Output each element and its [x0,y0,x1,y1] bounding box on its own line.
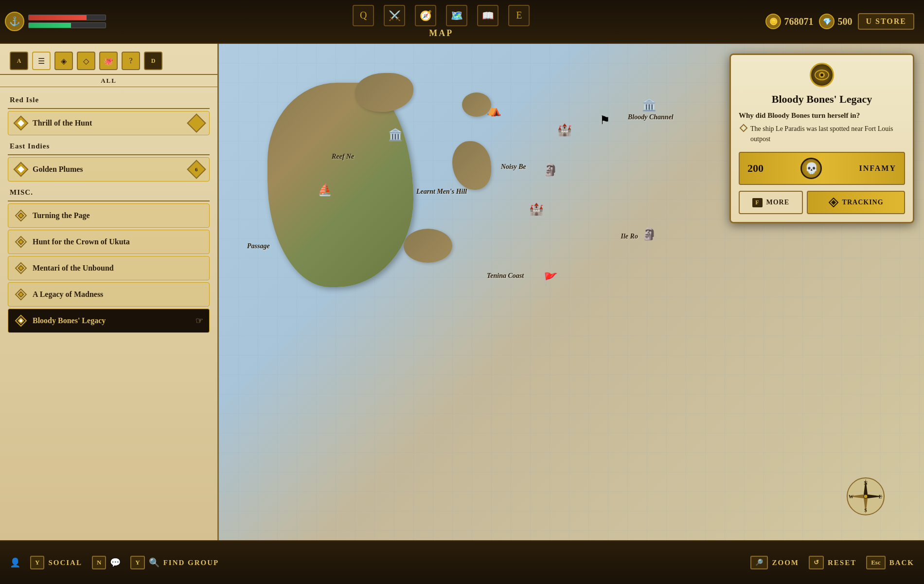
svg-point-8 [19,267,22,270]
filter-key-a[interactable]: A [10,52,28,70]
diamond-inner-thrill [18,120,24,127]
top-icons-row: Q ⚔️ 🧭 🗺️ 📖 E [353,5,530,26]
reset-key: ↺ [809,556,824,569]
svg-point-25 [864,494,868,498]
quest-item-mentari[interactable]: Mentari of the Unbound [8,256,210,280]
quest-badge-golden: 6 [187,160,206,179]
quest-icon-hunt-crown [14,235,28,249]
nav-icon-map[interactable]: 🗺️ [446,5,467,26]
main-island [267,83,413,287]
store-key: U [866,17,875,25]
quest-item-legacy[interactable]: A Legacy of Madness [8,282,210,307]
q-key-button[interactable]: Q [353,5,374,26]
group-key: Y [130,556,144,569]
panel-buttons: F MORE TRACKING [739,191,905,214]
map-label-bloody-channel: Bloody Channel [628,113,674,121]
filter-key-d[interactable]: D [144,52,162,70]
svg-point-5 [19,240,22,243]
esc-key: Esc [866,556,886,569]
eye-svg-bloody-bones [15,314,27,327]
group-search-icon: 🔍 [149,557,160,568]
top-left-hud: ⚓ [0,12,117,31]
map-marker-ship[interactable]: ⛵ [318,183,332,197]
q-key-label: Q [360,10,367,21]
filter-icon-4[interactable]: ? [122,52,140,70]
find-group-button[interactable]: Y 🔍 FIND GROUP [130,556,219,569]
section-east-indies: East Indies [8,137,210,152]
top-center: Q ⚔️ 🧭 🗺️ 📖 E MAP [117,5,765,38]
quest-name-turning: Turning the Page [33,211,203,220]
store-label: STORE [875,17,906,25]
map-label-noisy-be: Noisy Be [501,163,526,171]
svg-text:S: S [864,508,867,513]
panel-subtitle: Why did Bloody Bones turn herself in? [739,111,905,120]
group-label: FIND GROUP [163,559,219,567]
filter-icon-2[interactable]: ◇ [77,52,95,70]
map-label-tenina-coast: Tenina Coast [487,272,524,280]
social-button[interactable]: Y SOCIAL [30,556,82,569]
quest-icon-legacy [14,288,28,301]
map-marker-4[interactable]: 🏰 [557,123,572,137]
panel-reward: 200 💀 INFAMY [739,152,905,185]
svg-text:N: N [864,480,868,486]
more-button[interactable]: F MORE [739,191,803,214]
eye-svg-hunt-crown [15,236,27,248]
nav-icon-1[interactable]: ⚔️ [384,5,405,26]
quest-icon-mentari [14,261,28,275]
panel-header-icon [810,63,834,87]
diamond-icon-thrill [13,115,28,130]
filter-list-btn[interactable]: ☰ [32,52,51,70]
xp-bars [28,15,106,28]
quest-item-bloody-bones[interactable]: Bloody Bones' Legacy ☞ [8,309,210,333]
eye-svg-turning [15,209,27,222]
map-marker-6[interactable]: 🏛️ [388,128,403,142]
topbar: ⚓ Q ⚔️ 🧭 🗺️ 📖 E MAP 🪙 76807 [0,0,924,44]
eye-panel-icon [815,68,829,82]
store-button[interactable]: U STORE [858,13,914,30]
map-marker-5[interactable]: 🗿 [543,163,558,177]
diamond-icon-golden [13,162,28,177]
map-label-learnt-hill: Learnt Men's Hill [416,188,467,196]
reset-button[interactable]: ↺ RESET [809,556,856,569]
map-marker-8[interactable]: 🗿 [642,227,657,241]
quest-item-turning[interactable]: Turning the Page [8,203,210,228]
quest-item-hunt-crown[interactable]: Hunt for the Crown of Ukuta [8,230,210,254]
gem-amount: 500 [837,16,852,27]
map-title: MAP [429,28,453,38]
nav-icon-book[interactable]: 📖 [477,5,498,26]
quest-item-golden[interactable]: Golden Plumes 6 [8,157,210,182]
chat-button[interactable]: N 💬 [92,556,121,569]
quest-item-thrill[interactable]: Thrill of the Hunt [8,111,210,135]
badge-text-golden: 6 [195,166,198,172]
map-marker-7[interactable]: 🏰 [529,202,544,216]
map-label-passage: Passage [247,242,270,250]
back-button[interactable]: Esc BACK [866,556,914,569]
quest-icon-golden [14,163,28,176]
chat-icon: 💬 [110,557,121,568]
map-background: Bloody Channel Noisy Be Learnt Men's Hil… [219,44,924,540]
section-red-isle: Red Isle [8,91,210,106]
filter-icon-3[interactable]: 🐙 [99,52,118,70]
social-key: Y [30,556,44,569]
quest-icon-bloody-bones [14,314,28,328]
social-label: SOCIAL [48,559,82,567]
eye-svg-mentari [15,262,27,274]
nav-icon-2[interactable]: 🧭 [415,5,436,26]
map-marker-3[interactable]: 🏛️ [642,98,657,112]
e-key-button[interactable]: E [508,5,530,26]
tracking-button[interactable]: TRACKING [807,191,905,214]
quest-list: Red Isle Thrill of the Hunt East Indies [0,87,217,540]
zoom-label: ZOOM [772,559,799,567]
quest-name-bloody-bones: Bloody Bones' Legacy [33,316,191,325]
bottombar: 👤 Y SOCIAL N 💬 Y 🔍 FIND GROUP 🔎 ZOOM ↺ R… [0,540,924,584]
map-marker-1[interactable]: ⛺ [487,103,501,117]
e-key-label: E [516,10,522,21]
separator-1 [8,108,210,109]
filter-icon-1[interactable]: ◈ [54,52,73,70]
map-marker-flag[interactable]: 🚩 [543,272,558,286]
player-avatar: ⚓ [5,12,24,31]
currency-gold: 🪙 768071 [765,14,813,29]
map-marker-2[interactable]: ⚑ [600,113,610,127]
zoom-button[interactable]: 🔎 ZOOM [750,556,799,569]
main-content: A ☰ ◈ ◇ 🐙 ? D ALL Red Isle Thrill of the… [0,44,924,540]
